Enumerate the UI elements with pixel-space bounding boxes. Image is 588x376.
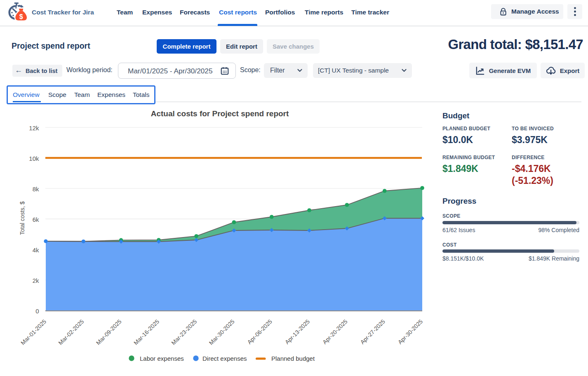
svg-text:8k: 8k bbox=[33, 186, 39, 193]
svg-text:Apr-30-2025: Apr-30-2025 bbox=[397, 318, 424, 345]
svg-text:$: $ bbox=[19, 13, 23, 20]
svg-text:Planned budget: Planned budget bbox=[271, 355, 315, 362]
svg-text:4k: 4k bbox=[33, 247, 39, 254]
svg-text:0: 0 bbox=[35, 308, 39, 315]
svg-text:Apr-20-2025: Apr-20-2025 bbox=[321, 318, 348, 345]
svg-text:2k: 2k bbox=[33, 277, 39, 284]
svg-text:Mar-23-2025: Mar-23-2025 bbox=[170, 318, 198, 346]
svg-text:Direct expenses: Direct expenses bbox=[202, 355, 247, 362]
svg-text:6k: 6k bbox=[33, 216, 39, 223]
svg-text:Labor expenses: Labor expenses bbox=[140, 355, 184, 362]
svg-text:Apr-27-2025: Apr-27-2025 bbox=[359, 318, 386, 345]
svg-text:Mar-02-2025: Mar-02-2025 bbox=[57, 318, 85, 346]
svg-text:Total costs, $: Total costs, $ bbox=[19, 201, 26, 235]
svg-text:Mar-09-2025: Mar-09-2025 bbox=[95, 318, 123, 346]
svg-text:Mar-16-2025: Mar-16-2025 bbox=[132, 318, 160, 346]
svg-text:Mar-30-2025: Mar-30-2025 bbox=[208, 318, 236, 346]
svg-text:Apr-13-2025: Apr-13-2025 bbox=[284, 318, 311, 345]
svg-text:12k: 12k bbox=[29, 125, 39, 132]
svg-text:Actual costs for Project spend: Actual costs for Project spend report bbox=[151, 109, 289, 118]
svg-text:10k: 10k bbox=[29, 155, 39, 162]
svg-text:Apr-06-2025: Apr-06-2025 bbox=[246, 318, 273, 345]
svg-text:Mar-01-2025: Mar-01-2025 bbox=[19, 318, 47, 346]
